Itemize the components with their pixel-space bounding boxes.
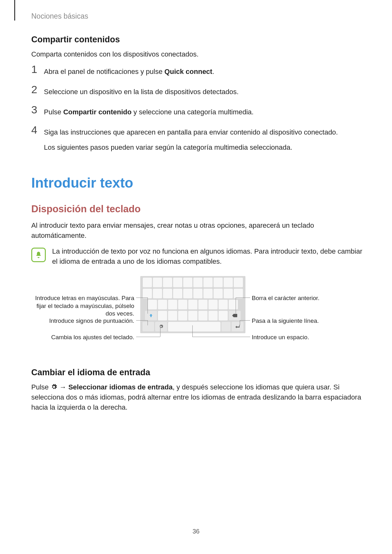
subsection-title-idioma: Cambiar el idioma de entrada [31,368,363,377]
keyboard-row [142,289,244,298]
key [208,300,218,310]
callout-space: Introduce un espacio. [252,334,359,341]
step-2: 2 Seleccione un dispositivo en la lista … [31,85,363,97]
callout-line [240,320,250,321]
key [158,311,167,321]
enter-icon [235,324,240,329]
header-tab-mark [14,0,15,21]
key [153,278,162,287]
step-text-a: Pulse [44,108,63,116]
step-text: Abra el panel de notificaciones y pulse … [44,65,363,77]
gear-icon [159,324,163,329]
key-shift [145,311,157,321]
key [214,289,223,298]
key [163,278,172,287]
key [234,278,243,287]
key [224,278,233,287]
step-number: 2 [31,83,44,96]
step-1: 1 Abra el panel de notificaciones y puls… [31,65,363,77]
gear-icon [51,383,57,390]
key [178,311,187,321]
key-settings [155,322,167,332]
keyboard-row [142,322,244,332]
step-text-l1: Siga las instrucciones que aparecen en p… [44,127,363,138]
key [229,300,238,310]
callout-line [148,298,148,314]
key-backspace [229,311,241,321]
key [173,289,182,298]
key-dot [221,322,231,332]
step-3: 3 Pulse Compartir contenido y seleccione… [31,105,363,117]
callout-line [136,298,140,298]
callout-line [140,298,148,298]
key [143,289,152,298]
step-text: Seleccione un dispositivo en la lista de… [44,85,363,97]
section-header: Nociones básicas [31,12,88,21]
callout-enter: Pasa a la siguiente línea. [252,317,359,325]
key [143,278,152,287]
key [219,311,228,321]
key [188,300,197,310]
key [198,311,208,321]
text-bold: Seleccionar idiomas de entrada [68,383,172,391]
callout-settings: Cambia los ajustes del teclado. [31,334,134,341]
keyboard-row [142,300,244,310]
key [168,311,177,321]
key [214,278,223,287]
step-text-c: . [212,68,214,75]
key [183,289,192,298]
shift-icon [149,313,153,318]
step-number: 4 [31,124,44,136]
key-enter [232,322,244,332]
callout-symbols: Introduce signos de puntuación. [31,317,134,325]
step-text-bold: Compartir contenido [63,108,131,116]
keyboard-graphic [140,276,245,333]
key [193,289,202,298]
key [203,278,213,287]
keyboard-row [142,311,244,321]
step-text-c: y seleccione una categoría multimedia. [132,108,254,116]
callout-line [236,298,243,298]
key [183,278,192,287]
key-space [168,322,220,332]
key [168,300,177,310]
key [173,278,182,287]
callout-line [160,325,160,337]
key-symbols [142,322,154,332]
share-intro: Comparta contenidos con los dispositivos… [31,49,363,59]
key [198,300,208,310]
key [203,289,213,298]
step-text-l2: Los siguientes pasos pueden variar según… [44,142,363,153]
key [178,300,187,310]
arrow-icon: → [57,383,68,391]
key [219,300,228,310]
subsection-title-share: Compartir contenidos [31,35,363,45]
step-text-bold: Quick connect [165,68,213,75]
key [193,278,202,287]
note-block: La introducción de texto por voz no func… [31,246,363,267]
page-number: 36 [0,528,392,535]
key [208,311,218,321]
callout-line [192,337,250,337]
step-4: 4 Siga las instrucciones que aparecen en… [31,126,363,153]
callout-line [136,320,148,321]
keyboard-diagram: Introduce letras en mayúsculas. Para fij… [31,276,363,355]
idioma-text: Pulse → Seleccionar idiomas de entrada, … [31,382,363,412]
key [148,300,157,310]
callout-line [148,320,148,325]
text-a: Pulse [31,383,51,391]
key [153,289,162,298]
teclado-intro: Al introducir texto para enviar mensajes… [31,220,363,241]
callout-backspace: Borra el carácter anterior. [252,294,359,302]
callout-shift: Introduce letras en mayúsculas. Para fij… [31,294,134,318]
key [188,311,197,321]
callout-line [236,298,236,314]
heading-disposicion-teclado: Disposición del teclado [31,203,363,215]
callout-line [136,337,160,337]
step-text: Pulse Compartir contenido y seleccione u… [44,105,363,117]
callout-line [192,325,193,337]
step-number: 3 [31,104,44,116]
heading-introducir-texto: Introducir texto [31,175,363,191]
key [234,289,243,298]
step-text-a: Abra el panel de notificaciones y pulse [44,68,165,75]
